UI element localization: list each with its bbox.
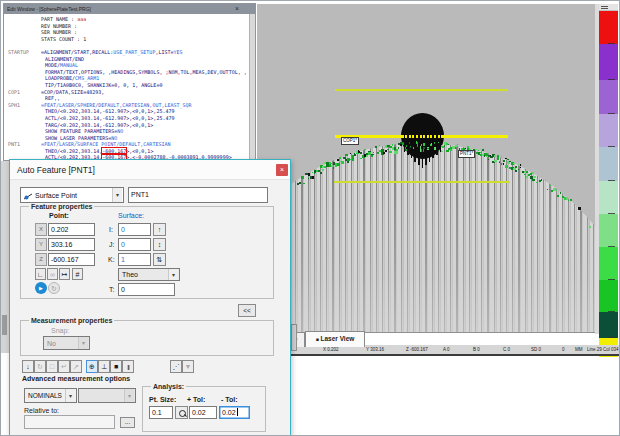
- level-button[interactable]: ⊥: [98, 360, 110, 373]
- target-button[interactable]: ⊕: [86, 360, 98, 373]
- scan-points-layer: [257, 4, 595, 333]
- code-line: SPH1=FEAT/LASER/SPHERE/DEFAULT,CARTESIAN…: [8, 102, 249, 109]
- filter-button[interactable]: ▼: [182, 360, 194, 373]
- snap-dropdown[interactable]: No ▾: [43, 336, 90, 350]
- collapse-dialog-button[interactable]: <<: [238, 304, 256, 317]
- code-line: PNT1=FEAT/LASER/SURFACE POINT/DEFAULT,CA…: [8, 141, 249, 148]
- status-item: Line 29 Col 034: [587, 346, 619, 353]
- laser-view-canvas[interactable]: COP1* PNT1*: [257, 4, 595, 333]
- point-sequence-button[interactable]: ⋰: [170, 360, 182, 373]
- box-select-button[interactable]: □: [46, 360, 58, 373]
- status-item: X 0.202: [323, 346, 339, 353]
- dialog-titlebar[interactable]: Auto Feature [PNT1] ×: [10, 160, 290, 180]
- colorbar-segment: [599, 312, 618, 338]
- edit-window-scrollbar[interactable]: [249, 14, 255, 160]
- grid-snap-button[interactable]: #: [72, 268, 83, 280]
- vector-flip-button[interactable]: ↑: [153, 223, 166, 236]
- colorbar-segment: [599, 147, 618, 181]
- status-item: C 0: [503, 346, 510, 353]
- code-line: SHOW_LASER_PARAMETERS=NO: [8, 135, 249, 142]
- path-button[interactable]: ↗: [70, 360, 82, 373]
- axes-mode-button[interactable]: ∟: [35, 268, 46, 280]
- status-item: SD 0: [531, 346, 541, 353]
- stripe-scan-button[interactable]: |||: [122, 360, 134, 373]
- code-line: ACTL/<0.202,303.14,-612.907>,<0,0,1>,25.…: [8, 115, 249, 122]
- code-line: STARTUP=ALIGNMENT/START,RECALL:USE_PART_…: [8, 49, 249, 56]
- z-key-button[interactable]: Z: [35, 253, 47, 266]
- edit-window-code[interactable]: PART NAME : aaaREV NUMBER :SER NUMBER :S…: [4, 14, 249, 160]
- colorbar-header-text: [601, 8, 608, 9]
- x-key-button[interactable]: X: [35, 223, 47, 236]
- code-line: SER NUMBER :: [8, 29, 249, 36]
- status-item: MM: [575, 346, 583, 353]
- status-item: 0: [562, 346, 565, 353]
- dialog-title: Auto Feature [PNT1]: [17, 165, 95, 175]
- laser-view-tab-icon: ■: [316, 336, 319, 342]
- code-line: TIP/T1A0B0C0, SHANKIJK=0, 0, 1, ANGLE=0: [8, 82, 249, 89]
- cop1-label: COP1*: [341, 137, 359, 145]
- colorbar-segment: [599, 280, 618, 312]
- test-feature-button[interactable]: ▶: [35, 282, 47, 294]
- block-scan-button[interactable]: ■: [110, 360, 122, 373]
- left-dock-strip: [1, 161, 9, 353]
- return-button[interactable]: ↵: [58, 360, 70, 373]
- colorbar-segment: [599, 80, 618, 114]
- plus-tol-field[interactable]: 0.02: [189, 406, 217, 419]
- edit-window-titlebar[interactable]: Edit Window - [SpherePlateTest.PRG]: [4, 4, 255, 14]
- colorbar-segment: [599, 11, 618, 44]
- pcdmis-application: COP1* PNT1* ew ■ Laser View X 0.202Y 303…: [0, 0, 620, 436]
- feature-name-field[interactable]: PNT1: [128, 187, 268, 203]
- tab-laser-view[interactable]: ■ Laser View: [305, 331, 365, 347]
- colorbar-segment: [599, 181, 618, 214]
- code-line: FORMAT/TEXT,OPTIONS, ,HEADINGS,SYMBOLS, …: [8, 69, 249, 76]
- regenerate-button[interactable]: ↻: [48, 282, 60, 294]
- chevron-down-icon: ▾: [124, 389, 134, 402]
- magnifier-icon[interactable]: [175, 406, 188, 419]
- measurement-properties-group: Measurement properties Snap: No ▾: [20, 320, 274, 356]
- j-vector-field[interactable]: 0: [118, 238, 151, 251]
- colorbar-segment: [599, 44, 618, 80]
- chevron-down-icon: ▾: [78, 337, 88, 349]
- code-line: MODE/MANUAL: [8, 62, 249, 69]
- nominals-mode-dropdown[interactable]: NOMINALS ▾: [24, 388, 77, 403]
- move-to-point-button[interactable]: ↦: [59, 268, 70, 280]
- y-key-button[interactable]: Y: [35, 238, 47, 251]
- find-nominals-button[interactable]: ∞: [47, 268, 58, 280]
- code-line: TARG/<0.202,303.14,-612.907>,<0,0,1>: [8, 122, 249, 129]
- t-value-field[interactable]: 0: [118, 283, 175, 296]
- rescan-button[interactable]: ↻: [34, 360, 46, 373]
- theo-mode-dropdown[interactable]: Theo ▾: [118, 268, 180, 281]
- feature-type-dropdown[interactable]: Surface Point ▾: [20, 187, 124, 203]
- status-item: B 0: [473, 346, 480, 353]
- vector-align-button[interactable]: ↕: [153, 238, 166, 251]
- left-scrollbar-thumb[interactable]: [2, 315, 7, 335]
- x-value-field[interactable]: 0.202: [48, 223, 95, 236]
- chevron-down-icon: ▾: [168, 269, 178, 280]
- feature-properties-group: Feature properties Point: X 0.202 Y 303.…: [20, 206, 274, 299]
- colorbar-segment: [599, 114, 618, 147]
- edit-window-close-icon[interactable]: ×: [233, 5, 241, 13]
- status-bar-rule: [257, 354, 620, 356]
- surface-point-icon: [23, 191, 33, 201]
- k-vector-field[interactable]: 1: [118, 253, 151, 266]
- chevron-down-icon: ▾: [65, 389, 75, 402]
- pnt1-label: PNT1*: [458, 150, 475, 158]
- probe-mode-button[interactable]: ↓: [22, 360, 34, 373]
- vector-swap-button[interactable]: ⇅: [153, 253, 166, 266]
- minus-tol-field[interactable]: 0.02: [219, 406, 250, 419]
- i-vector-field[interactable]: 0: [118, 223, 151, 236]
- pt-size-field[interactable]: 0.1: [149, 406, 173, 419]
- colorbar-segment: [599, 247, 618, 280]
- y-value-field[interactable]: 303.16: [48, 238, 95, 251]
- code-line: STATS COUNT : 1: [8, 36, 249, 43]
- code-line: THEO/<0.202,303.14,-612.907>,<0,0,1>,25.…: [8, 108, 249, 115]
- relative-to-field[interactable]: [24, 415, 115, 429]
- browse-button[interactable]: ...: [120, 417, 135, 428]
- z-value-field[interactable]: -600.167: [48, 253, 95, 266]
- status-item: Z -600.167: [406, 346, 428, 353]
- nominals-secondary-dropdown[interactable]: ▾: [78, 388, 136, 403]
- code-line: PART NAME : aaa: [8, 16, 249, 23]
- dialog-close-button[interactable]: ×: [276, 164, 288, 176]
- text-caret: [237, 408, 238, 416]
- chevron-down-icon: ▾: [112, 188, 122, 202]
